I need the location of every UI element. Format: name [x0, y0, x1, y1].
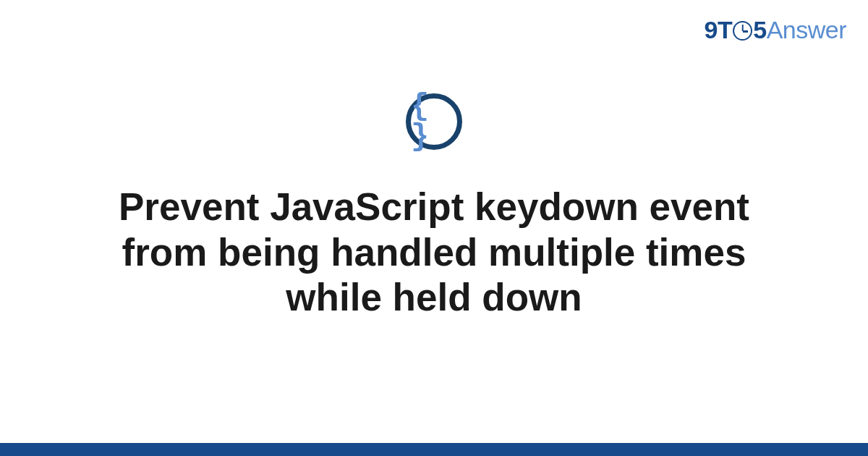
logo-text-answer: Answer	[767, 16, 846, 44]
footer-bar	[0, 443, 868, 456]
topic-icon-ring: { }	[406, 93, 462, 150]
logo-text-5: 5	[753, 16, 766, 44]
question-title: Prevent JavaScript keydown event from be…	[43, 185, 825, 321]
logo-text-9t: 9T	[705, 16, 733, 44]
clock-icon	[733, 21, 752, 41]
site-logo: 9T 5 Answer	[705, 16, 846, 44]
code-braces-icon: { }	[411, 91, 457, 152]
main-content: { } Prevent JavaScript keydown event fro…	[0, 93, 868, 321]
